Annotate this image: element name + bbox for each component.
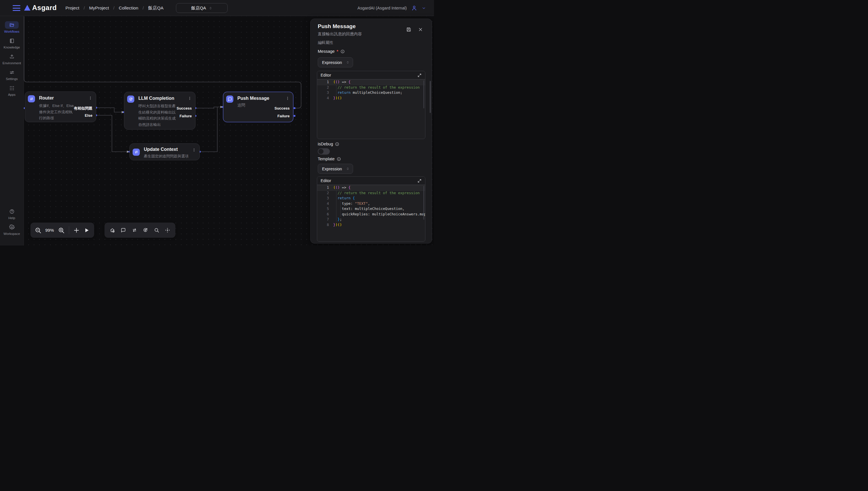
chat-bubble-icon[interactable] (120, 227, 126, 233)
zoom-in-button[interactable] (58, 227, 65, 234)
code-area[interactable]: 1 (() => { 2 // return the result of the… (317, 185, 425, 227)
editor-title: Editor (321, 178, 331, 183)
help-circle-icon (9, 209, 15, 214)
llm-refresh-bulb-icon (129, 97, 133, 102)
isdebug-toggle[interactable] (318, 148, 330, 154)
llm-refresh-bulb-icon[interactable] (143, 227, 148, 233)
message-field-label: Message* (318, 49, 345, 54)
sidebar-item-settings[interactable]: Settings (1, 68, 22, 81)
select-updown-icon (346, 166, 350, 171)
code-area[interactable]: 1 (() => { 2 // return the result of the… (317, 80, 425, 101)
node-handle[interactable] (294, 115, 296, 117)
run-workflow-button[interactable] (83, 227, 90, 234)
workflow-edge[interactable] (200, 107, 217, 152)
panel-scrollbar[interactable] (430, 81, 431, 113)
line-number: 8 (317, 222, 333, 228)
code-line[interactable]: 2 // return the result of the expression (317, 191, 425, 196)
home-add-icon[interactable] (110, 227, 115, 233)
line-number: 7 (317, 217, 333, 222)
code-line[interactable]: 2 // return the result of the expression (317, 85, 425, 90)
toolbar-divider (69, 226, 69, 234)
node-output-label: 有相似問題 (74, 106, 92, 111)
indent-guide (336, 191, 336, 222)
close-icon[interactable] (418, 27, 423, 32)
node-title: Push Message (237, 96, 269, 101)
workflow-node-push-message[interactable]: Push Message 追問 SuccessFailure (223, 92, 293, 122)
workflow-node-update-context[interactable]: Update Context 產生固定的追問問題與選項 (130, 143, 200, 160)
edge-arrowhead-icon (122, 111, 124, 113)
sidebar-item-workspace[interactable]: Workspace (1, 224, 22, 235)
sidebar-item-workflows[interactable]: Workflows (1, 21, 22, 33)
line-number: 4 (317, 95, 333, 101)
workflow-edge[interactable] (96, 115, 127, 152)
node-menu-kebab-icon[interactable] (188, 96, 192, 101)
required-asterisk: * (337, 49, 338, 54)
select-updown-icon (209, 6, 212, 10)
code-line[interactable]: 6 quickReplies: multipleChoiceAnswers.ma… (317, 212, 425, 217)
expand-icon[interactable] (417, 179, 422, 183)
account-chevron-down-icon[interactable] (422, 6, 426, 10)
edit-properties-label: 編輯屬性 (318, 40, 333, 45)
code-line[interactable]: 4 })() (317, 95, 425, 101)
info-icon[interactable] (337, 157, 341, 161)
add-node-button[interactable] (73, 227, 80, 234)
top-navbar: Asgard Project/MyProject/Collection/飯店QA… (0, 0, 434, 16)
workflow-edge[interactable] (195, 107, 220, 108)
template-code-editor[interactable]: Editor 1 (() => { 2 // return the result… (317, 176, 425, 242)
breadcrumb-item[interactable]: Project (65, 5, 79, 10)
message-type-select[interactable]: Expression (318, 57, 353, 67)
search-icon[interactable] (154, 227, 159, 233)
code-line[interactable]: 5 text: multipleChoiceQuestion, (317, 206, 425, 212)
edge-arrowhead-icon (220, 106, 223, 108)
workflow-node-router[interactable]: Router 依據If、Else If、Else條件決定工作流程執行的路徑 有相… (25, 91, 96, 122)
code-line[interactable]: 8 })() (317, 222, 425, 228)
workflow-node-llm-completion[interactable]: LLM Completion 呼叫大型語言模型並產生結構化的資料輸出以輔助流程的… (124, 92, 195, 129)
sidebar-item-label: Environment (3, 61, 21, 65)
code-line[interactable]: 1 (() => { (317, 80, 425, 85)
info-icon[interactable] (341, 49, 345, 54)
editor-scrollbar[interactable] (424, 186, 424, 220)
workflow-edge[interactable] (96, 108, 122, 112)
code-line[interactable]: 1 (() => { (317, 185, 425, 191)
move-icon[interactable] (165, 227, 170, 233)
select-updown-icon (346, 60, 350, 65)
sidebar-item-apps[interactable]: Apps (1, 84, 22, 96)
expand-icon[interactable] (417, 73, 422, 78)
sidebar-item-environment[interactable]: Environment (1, 53, 22, 65)
code-line[interactable]: 3 return multipleChoiceQuestion; (317, 90, 425, 95)
code-line[interactable]: 7 }; (317, 217, 425, 222)
message-code-editor[interactable]: Editor 1 (() => { 2 // return the result… (317, 71, 425, 139)
menu-hamburger-icon[interactable] (12, 5, 20, 11)
breadcrumb-item[interactable]: MyProject (89, 5, 109, 10)
template-type-select[interactable]: Expression (318, 164, 353, 174)
save-icon[interactable] (406, 27, 411, 32)
grid-dots-icon (9, 85, 15, 91)
breadcrumb-separator: / (84, 5, 85, 10)
zoom-out-button[interactable] (34, 227, 42, 234)
node-title: Update Context (144, 147, 178, 152)
line-number: 2 (317, 191, 333, 196)
user-avatar-icon[interactable] (411, 5, 417, 11)
editor-header: Editor (317, 177, 425, 185)
info-icon[interactable] (335, 142, 339, 146)
node-menu-kebab-icon[interactable] (88, 96, 92, 100)
node-menu-kebab-icon[interactable] (286, 96, 290, 101)
sidebar-item-knowledge[interactable]: Knowledge (1, 37, 22, 49)
node-handle[interactable] (294, 107, 296, 109)
editor-scrollbar[interactable] (424, 80, 424, 108)
code-line[interactable]: 3 return { (317, 196, 425, 201)
isdebug-field-label: isDebug (318, 142, 339, 146)
node-menu-kebab-icon[interactable] (192, 148, 196, 152)
node-output-label: Else (85, 113, 92, 118)
code-line[interactable]: 4 type: "TEXT", (317, 201, 425, 206)
node-subtitle: 追問 (237, 103, 245, 108)
node-title: LLM Completion (138, 96, 174, 101)
breadcrumb-separator: / (143, 5, 144, 10)
breadcrumb-item[interactable]: 飯店QA (148, 5, 163, 11)
sidebar-item-help[interactable]: Help (1, 208, 22, 220)
workflow-select[interactable]: 飯店QA (176, 3, 227, 13)
indent-guide (341, 201, 341, 217)
breadcrumb-item[interactable]: Collection (119, 5, 138, 10)
edge-arrowhead-icon (127, 150, 129, 153)
swap-arrows-icon[interactable] (132, 227, 137, 233)
